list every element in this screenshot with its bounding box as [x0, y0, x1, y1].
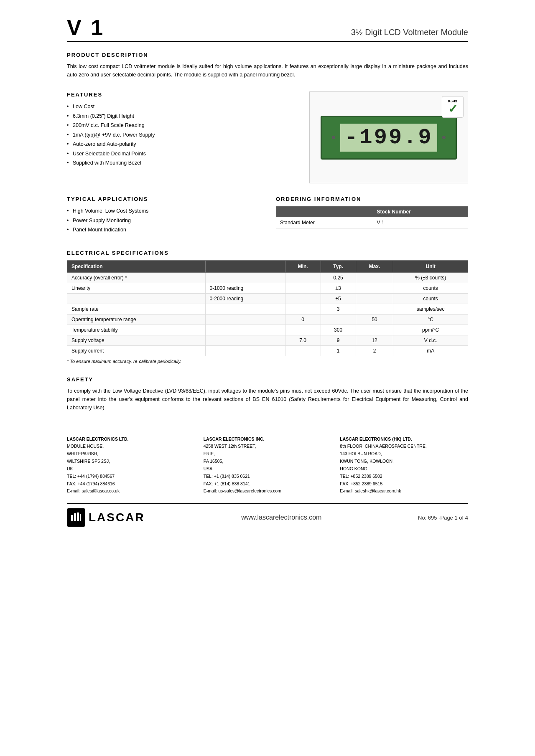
lascar-logo: LASCAR: [67, 508, 145, 527]
spec-cell-max: 2: [356, 345, 393, 356]
application-item: •Power Supply Monitoring: [67, 216, 259, 226]
lcd-reading: -199.9: [340, 124, 437, 152]
logo-text: LASCAR: [89, 511, 145, 524]
model-number: V 1: [67, 17, 104, 38]
spec-cell-typ: ±3: [321, 283, 356, 293]
contact-address-line: TEL: +44 (1794) 884567: [67, 473, 195, 480]
spec-cell-sub: [205, 325, 285, 335]
ordering-cell: V 1: [373, 217, 468, 228]
feature-item: 6.3mm (0.25") Digit Height: [67, 112, 301, 121]
spec-cell-unit: % (±3 counts): [393, 272, 468, 283]
contact-address-line: WHITEPARISH,: [67, 450, 195, 458]
spec-note: * To ensure maximum accuracy, re-calibra…: [67, 359, 468, 364]
spec-cell-typ: 3: [321, 304, 356, 314]
bottom-bar: LASCAR www.lascarelectronics.com No: 695…: [67, 503, 468, 527]
spec-cell-typ: 9: [321, 335, 356, 345]
electrical-specs-section: ELECTRICAL SPECIFICATIONS Specification …: [67, 250, 468, 364]
spec-cell-max: [356, 283, 393, 293]
spec-cell-min: [285, 272, 321, 283]
contact-column: LASCAR ELECTRONICS LTD.MODULE HOUSE,WHIT…: [67, 436, 195, 495]
product-description-section: PRODUCT DESCRIPTION This low cost compac…: [67, 52, 468, 79]
svg-rect-2: [77, 512, 79, 521]
feature-item: User Selectable Decimal Points: [67, 149, 301, 159]
spec-cell-sub: [205, 314, 285, 325]
contact-address-line: UK: [67, 465, 195, 473]
spec-cell-name: Supply voltage: [67, 335, 206, 345]
spec-cell-min: [285, 293, 321, 304]
contact-address-line: MODULE HOUSE,: [67, 443, 195, 450]
contact-address-line: E-mail: saleshk@lascar.com.hk: [340, 487, 468, 495]
spec-cell-name: Temperature stability: [67, 325, 206, 335]
ordering-row: Standard MeterV 1: [276, 217, 468, 228]
spec-cell-min: 7.0: [285, 335, 321, 345]
applications-ordering-row: TYPICAL APPLICATIONS •High Volume, Low C…: [67, 196, 468, 235]
spec-cell-max: [356, 304, 393, 314]
svg-rect-1: [74, 513, 76, 521]
website-url[interactable]: www.lascarelectronics.com: [241, 514, 321, 521]
application-item: •High Volume, Low Cost Systems: [67, 206, 259, 216]
spec-cell-name: Sample rate: [67, 304, 206, 314]
features-list: Low Cost6.3mm (0.25") Digit Height200mV …: [67, 102, 301, 168]
spec-col-sub: [205, 260, 285, 272]
typical-applications-section: TYPICAL APPLICATIONS •High Volume, Low C…: [67, 196, 259, 235]
spec-cell-unit: samples/sec: [393, 304, 468, 314]
page-info: No: 695 -Page 1 of 4: [418, 515, 468, 521]
contact-company: LASCAR ELECTRONICS INC.: [204, 436, 332, 443]
footer-contacts: LASCAR ELECTRONICS LTD.MODULE HOUSE,WHIT…: [67, 427, 468, 495]
feature-item: Supplied with Mounting Bezel: [67, 158, 301, 168]
spec-cell-sub: 0-2000 reading: [205, 293, 285, 304]
contact-address-line: PA 16505,: [204, 458, 332, 465]
rohs-badge: RoHS ✓: [442, 96, 464, 118]
contact-address-line: WILTSHIRE SP5 2SJ,: [67, 458, 195, 465]
ordering-title: ORDERING INFORMATION: [276, 196, 468, 202]
contact-column: LASCAR ELECTRONICS (HK) LTD.8th FLOOR, C…: [340, 436, 468, 495]
contact-address-line: FAX: +1 (814) 838 8141: [204, 480, 332, 488]
spec-cell-min: [285, 283, 321, 293]
safety-text: To comply with the Low Voltage Directive…: [67, 387, 468, 412]
lcd-display: -199.9: [321, 116, 456, 160]
spec-cell-max: [356, 325, 393, 335]
spec-cell-name: [67, 293, 206, 304]
spec-col-specification: Specification: [67, 260, 206, 272]
spec-cell-min: [285, 345, 321, 356]
feature-item: Auto-zero and Auto-polarity: [67, 140, 301, 149]
product-description-title: PRODUCT DESCRIPTION: [67, 52, 468, 58]
spec-cell-typ: 0.25: [321, 272, 356, 283]
ordering-col-product: [276, 206, 373, 217]
rohs-check-icon: ✓: [448, 103, 458, 115]
page-header: V 1 3½ Digit LCD Voltmeter Module: [67, 17, 468, 42]
spec-row: Supply voltage7.0912V d.c.: [67, 335, 468, 345]
spec-cell-typ: ±5: [321, 293, 356, 304]
ordering-col-stock: Stock Number: [373, 206, 468, 217]
spec-cell-sub: [205, 272, 285, 283]
spec-cell-min: [285, 304, 321, 314]
lcd-dot-left: [332, 136, 335, 139]
spec-cell-unit: V d.c.: [393, 335, 468, 345]
spec-cell-max: [356, 293, 393, 304]
spec-row: Accuracy (overall error) *0.25% (±3 coun…: [67, 272, 468, 283]
spec-row: Operating temperature range050°C: [67, 314, 468, 325]
electrical-specs-title: ELECTRICAL SPECIFICATIONS: [67, 250, 468, 256]
applications-list: •High Volume, Low Cost Systems•Power Sup…: [67, 206, 259, 235]
spec-cell-max: 50: [356, 314, 393, 325]
features-title: FEATURES: [67, 91, 301, 98]
spec-row: 0-2000 reading±5counts: [67, 293, 468, 304]
logo-svg: [70, 512, 82, 523]
spec-col-max: Max.: [356, 260, 393, 272]
spec-row: Supply current12mA: [67, 345, 468, 356]
contact-address-line: 4258 WEST 12th STREET,: [204, 443, 332, 450]
svg-rect-0: [71, 515, 73, 521]
contact-company: LASCAR ELECTRONICS (HK) LTD.: [340, 436, 468, 443]
spec-cell-sub: [205, 335, 285, 345]
feature-item: 1mA (typ)@ +9V d.c. Power Supply: [67, 130, 301, 140]
contact-address-line: ERIE,: [204, 450, 332, 458]
spec-cell-unit: ppm/°C: [393, 325, 468, 335]
contact-address-line: 8th FLOOR, CHINA AEROSPACE CENTRE,: [340, 443, 468, 450]
svg-rect-3: [80, 514, 81, 521]
spec-cell-typ: 300: [321, 325, 356, 335]
spec-cell-min: [285, 325, 321, 335]
ordering-cell: Standard Meter: [276, 217, 373, 228]
contact-company: LASCAR ELECTRONICS LTD.: [67, 436, 195, 443]
spec-cell-typ: 1: [321, 345, 356, 356]
spec-cell-sub: [205, 304, 285, 314]
